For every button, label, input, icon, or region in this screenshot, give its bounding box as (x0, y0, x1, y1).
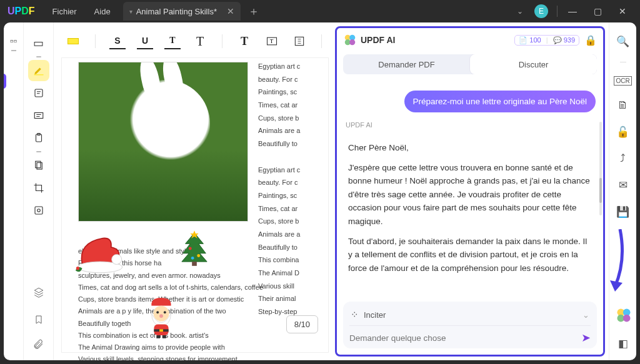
chat-input[interactable] (349, 333, 581, 343)
ocr-icon[interactable]: OCR (614, 76, 631, 86)
prompt-suggestions-button[interactable]: ⁘ Inciter ⌄ (349, 307, 591, 326)
protect-icon[interactable]: 🔓 (616, 125, 629, 139)
svg-rect-7 (35, 207, 42, 214)
chat-credits: 💬 939 (553, 36, 575, 44)
panel-handle[interactable] (4, 74, 6, 89)
avatar[interactable]: E (534, 4, 548, 18)
svg-point-13 (112, 254, 122, 264)
pages-tool[interactable] (28, 155, 49, 176)
tool-rail: ▭ (24, 22, 54, 360)
svg-point-8 (37, 209, 40, 212)
layers-icon (33, 287, 44, 298)
redact-tool[interactable] (28, 200, 49, 221)
svg-point-19 (197, 254, 200, 257)
svg-point-23 (156, 311, 159, 313)
svg-point-25 (159, 314, 163, 318)
workspace: ▫▫ ▭ (4, 22, 636, 360)
tab-ask-pdf[interactable]: Demander PDF (343, 54, 470, 74)
highlighter-icon (33, 65, 44, 76)
search-icon[interactable]: 🔍 (616, 35, 629, 48)
clipboard-tool[interactable] (28, 127, 49, 149)
svg-rect-0 (34, 74, 43, 76)
document-tab[interactable]: ▾ Animal Painting Skills* ✕ (123, 2, 241, 21)
tab-chat[interactable]: Discuter (470, 54, 597, 74)
chat-scroll-area[interactable]: Préparez-moi une lettre originale au Pèr… (337, 79, 603, 298)
svg-rect-2 (34, 113, 43, 119)
inciter-label: Inciter (364, 310, 386, 320)
svg-point-14 (76, 267, 79, 270)
svg-point-38 (623, 315, 631, 322)
file-credits: 📄 100 (519, 36, 541, 44)
redact-icon (33, 205, 44, 216)
crop-tool[interactable] (28, 177, 49, 199)
svg-rect-16 (192, 262, 197, 266)
tab-title: Animal Painting Skills* (136, 7, 217, 16)
note-icon (33, 87, 44, 99)
pointer-arrow (604, 229, 629, 298)
note-tool[interactable] (28, 82, 49, 104)
svg-marker-15 (182, 233, 207, 262)
svg-rect-28 (159, 329, 163, 332)
svg-point-34 (349, 39, 355, 45)
ai-reply-greeting: Cher Père Noël, (348, 141, 592, 155)
textbox-icon (33, 110, 44, 121)
christmas-tree-sticker[interactable] (179, 230, 209, 267)
svg-point-24 (164, 311, 166, 313)
page-view-icon[interactable]: ▫▫ (8, 35, 20, 47)
tab-close-icon[interactable]: ✕ (227, 6, 234, 16)
svg-rect-5 (35, 161, 40, 168)
ai-panel-header: UPDF AI 📄 100 | 💬 939 🔒 (337, 28, 603, 52)
toolbar-caret-icon[interactable]: ⌄ (517, 7, 523, 16)
document-page: Egyptian art cbeauty. For cPaintings, sc… (61, 57, 329, 353)
menu-file[interactable]: Fichier (44, 7, 86, 16)
ai-float-button[interactable] (615, 307, 632, 324)
layers-button[interactable] (28, 282, 49, 303)
maximize-button[interactable]: ▢ (585, 0, 610, 22)
svg-rect-29 (156, 335, 160, 338)
share-icon[interactable]: ⤴ (620, 152, 626, 165)
rail-divider (11, 50, 16, 51)
svg-point-18 (189, 247, 192, 250)
chat-input-container: ⁘ Inciter ⌄ ➤ (343, 302, 597, 348)
ai-credits-badge[interactable]: 📄 100 | 💬 939 (514, 35, 579, 46)
close-window-button[interactable]: ✕ (610, 0, 635, 22)
ai-panel-title: UPDF AI (361, 35, 395, 45)
document-pane[interactable]: Egyptian art cbeauty. For cPaintings, sc… (54, 22, 334, 360)
santa-sticker[interactable] (143, 295, 179, 339)
svg-point-20 (191, 257, 194, 260)
paperclip-icon (33, 339, 44, 350)
crop-icon (33, 182, 44, 194)
chevron-down-icon: ⌄ (582, 310, 589, 320)
bookmark-icon (34, 314, 44, 325)
clipboard-icon (33, 132, 44, 144)
thumbnail-rail: ▫▫ (4, 22, 24, 360)
email-icon[interactable]: ✉ (619, 179, 628, 192)
tab-caret-icon: ▾ (129, 8, 132, 15)
divider (557, 6, 558, 17)
new-tab-button[interactable]: ＋ (248, 4, 259, 19)
pages-icon (33, 160, 44, 171)
chat-scrollbar[interactable] (599, 122, 602, 215)
updf-ai-logo-icon (343, 33, 357, 47)
ai-tabs: Demander PDF Discuter (343, 54, 597, 74)
panel-toggle-icon[interactable]: ◧ (618, 337, 628, 350)
lock-icon[interactable]: 🔒 (584, 34, 597, 46)
svg-rect-30 (162, 335, 166, 338)
santa-hat-sticker[interactable] (72, 232, 128, 282)
textbox-tool[interactable] (28, 105, 49, 126)
user-message-bubble: Préparez-moi une lettre originale au Pèr… (404, 91, 596, 112)
menu-help[interactable]: Aide (86, 7, 119, 16)
svg-rect-1 (35, 89, 42, 97)
rail-sep (36, 56, 41, 57)
highlighter-tool[interactable] (28, 60, 49, 81)
convert-icon[interactable]: 🗎 (618, 99, 628, 112)
svg-rect-6 (37, 163, 42, 170)
minimize-button[interactable]: — (560, 0, 585, 22)
rail-sep2 (36, 151, 41, 152)
comment-tool[interactable]: ▭ (28, 32, 49, 54)
ai-reply-body2: Tout d'abord, je souhaiterais demander l… (348, 235, 592, 275)
attachment-button[interactable] (28, 334, 49, 355)
bookmark-button[interactable] (28, 309, 49, 330)
save-icon[interactable]: 💾 (616, 205, 629, 219)
send-button[interactable]: ➤ (581, 331, 591, 345)
